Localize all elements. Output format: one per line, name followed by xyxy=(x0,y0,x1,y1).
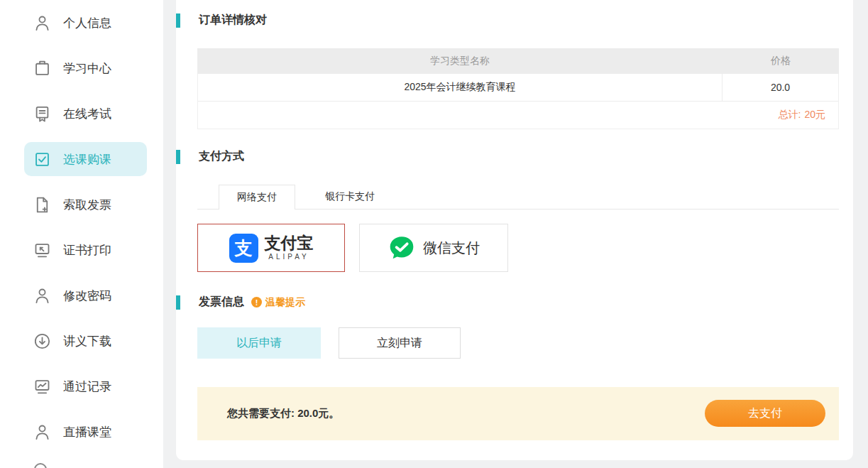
tip-label: 温馨提示 xyxy=(265,296,305,309)
order-section-header: 订单详情核对 xyxy=(176,13,267,28)
sidebar-item-label: 通过记录 xyxy=(63,379,111,395)
main-content: 订单详情核对 学习类型名称 价格 2025年会计继续教育课程 20.0 总计: … xyxy=(176,0,853,460)
sidebar-item-certificate-print[interactable]: 证书打印 xyxy=(0,227,163,273)
order-section-title: 订单详情核对 xyxy=(199,13,267,28)
tab-online-payment[interactable]: 网络支付 xyxy=(219,185,295,209)
sidebar-item-personal-info[interactable]: 个人信息 xyxy=(0,0,163,45)
section-accent-bar xyxy=(176,295,180,310)
person-icon xyxy=(33,423,52,442)
sidebar-item-invoice-request[interactable]: 索取发票 xyxy=(0,182,163,227)
sidebar-item-study-center[interactable]: 学习中心 xyxy=(0,45,163,91)
course-name-cell: 2025年会计继续教育课程 xyxy=(198,74,722,101)
page: 个人信息 学习中心 在线考试 选课购课 索取发票 xyxy=(0,0,868,468)
apply-later-button[interactable]: 以后申请 xyxy=(197,327,321,359)
sidebar-item-label: 直播课堂 xyxy=(63,424,111,440)
sidebar-item-live-classroom[interactable]: 直播课堂 xyxy=(0,409,163,455)
sidebar-item-label: 选课购课 xyxy=(63,151,111,168)
partial-next-item-icon xyxy=(34,463,47,468)
table-row: 2025年会计继续教育课程 20.0 xyxy=(198,74,838,102)
invoice-section-title: 发票信息 xyxy=(199,295,244,310)
price-cell: 20.0 xyxy=(722,74,838,101)
course-select-icon xyxy=(33,150,52,169)
payment-section-title: 支付方式 xyxy=(199,149,244,164)
wechat-pay-label: 微信支付 xyxy=(423,239,480,258)
invoice-request-icon xyxy=(33,195,52,214)
sidebar-item-pass-record[interactable]: 通过记录 xyxy=(0,364,163,409)
tab-bank-card-payment[interactable]: 银行卡支付 xyxy=(304,185,396,209)
total-value: 20元 xyxy=(804,109,825,121)
invoice-tip-link[interactable]: ! 温馨提示 xyxy=(251,296,305,309)
checkout-bar: 您共需要支付: 20.0元。 去支付 xyxy=(197,387,839,440)
sidebar-item-label: 个人信息 xyxy=(63,15,111,31)
section-accent-bar xyxy=(176,13,180,28)
certificate-print-icon xyxy=(33,241,52,260)
sidebar-item-online-exam[interactable]: 在线考试 xyxy=(0,91,163,136)
sidebar-item-label: 证书打印 xyxy=(63,242,111,259)
column-header-course-name: 学习类型名称 xyxy=(197,48,723,74)
wechat-pay-method-button[interactable]: 微信支付 xyxy=(359,224,508,272)
sidebar-item-label: 讲义下载 xyxy=(63,333,111,349)
invoice-section-header: 发票信息 ! 温馨提示 xyxy=(176,295,305,310)
pass-record-icon xyxy=(33,377,52,396)
order-table: 学习类型名称 价格 2025年会计继续教育课程 20.0 总计: 20元 xyxy=(197,48,839,129)
sidebar-item-course-select[interactable]: 选课购课 xyxy=(0,136,163,182)
alipay-icon: 支 xyxy=(229,234,258,263)
total-label: 总计: xyxy=(779,109,801,121)
payment-summary-text: 您共需要支付: 20.0元。 xyxy=(227,387,339,440)
alipay-logo-text: 支付宝 ALIPAY xyxy=(265,235,314,261)
person-icon xyxy=(33,13,52,33)
section-accent-bar xyxy=(176,150,180,164)
alipay-method-button[interactable]: 支 支付宝 ALIPAY xyxy=(197,224,345,272)
sidebar-item-label: 学习中心 xyxy=(63,60,111,77)
sidebar-item-label: 在线考试 xyxy=(63,106,111,122)
payment-section-header: 支付方式 xyxy=(176,149,244,164)
warning-icon: ! xyxy=(251,297,262,308)
order-table-header: 学习类型名称 价格 xyxy=(197,48,839,74)
column-header-price: 价格 xyxy=(723,48,839,74)
handout-download-icon xyxy=(33,332,52,351)
sidebar-item-change-password[interactable]: 修改密码 xyxy=(0,273,163,318)
sidebar: 个人信息 学习中心 在线考试 选课购课 索取发票 xyxy=(0,0,163,468)
order-table-body: 2025年会计继续教育课程 20.0 总计: 20元 xyxy=(197,74,839,129)
online-exam-icon xyxy=(33,104,52,124)
sidebar-item-label: 修改密码 xyxy=(63,288,111,304)
payment-tabs: 网络支付 银行卡支付 xyxy=(197,185,839,209)
sidebar-item-label: 索取发票 xyxy=(63,197,111,213)
order-total-row: 总计: 20元 xyxy=(198,102,838,129)
wechat-pay-icon xyxy=(388,234,416,262)
go-pay-button[interactable]: 去支付 xyxy=(705,400,825,427)
person-icon xyxy=(33,286,52,305)
apply-now-button[interactable]: 立刻申请 xyxy=(339,327,461,359)
study-center-icon xyxy=(33,59,52,78)
sidebar-item-handout-download[interactable]: 讲义下载 xyxy=(0,318,163,364)
